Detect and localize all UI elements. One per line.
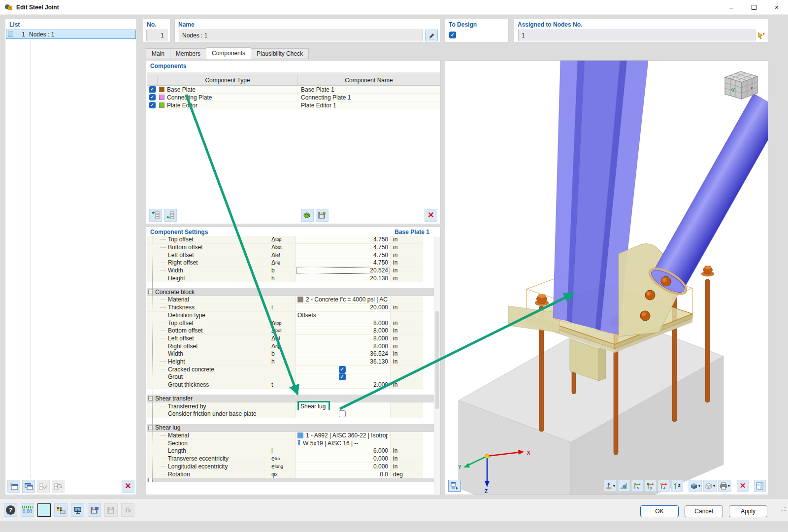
delete-component-button[interactable]: ✕ <box>425 209 437 222</box>
edit-name-button[interactable] <box>425 30 438 41</box>
settings-row[interactable]: Longitudial eccentricity elong 0.000 in <box>147 463 434 471</box>
settings-row[interactable]: Height h 20.130 in <box>147 274 434 282</box>
3d-viewport[interactable]: -y x X Y Z <box>445 61 768 495</box>
settings-row[interactable]: Transverse eccentricity etra 0.000 in <box>147 455 434 463</box>
setting-value[interactable]: 8.000 <box>296 327 391 335</box>
settings-row[interactable]: Thickness t 20.000 in <box>147 304 434 312</box>
tab-components[interactable]: Components <box>206 47 251 59</box>
settings-row[interactable]: Length l 6.000 in <box>147 447 434 455</box>
component-checkbox[interactable]: ✓ <box>149 102 156 108</box>
setting-value[interactable]: IW 5x19 | AISC 16 | -- <box>296 439 391 447</box>
view-x-button[interactable]: x <box>631 480 643 492</box>
import-component-button[interactable] <box>301 209 314 222</box>
setting-value[interactable]: Shear lug <box>296 402 391 410</box>
ok-button[interactable]: OK <box>640 505 679 517</box>
graphic-panel-button[interactable] <box>754 480 766 492</box>
setting-value[interactable]: 0.000 <box>296 463 391 471</box>
settings-row[interactable]: Left offset Δlef 4.750 in <box>147 251 434 259</box>
display-properties-button[interactable]: A <box>54 503 67 517</box>
setting-value[interactable]: ✓ <box>296 373 391 381</box>
settings-row[interactable]: Right offset Δrig 4.750 in <box>147 259 434 267</box>
settings-row[interactable]: Consider friction under base plate <box>147 410 434 418</box>
new-joint-button[interactable] <box>7 480 20 493</box>
save-view-button[interactable] <box>88 503 101 517</box>
setting-value[interactable]: 2 - Concrete f'c = 4000 psi | ACI 318-19… <box>296 296 391 304</box>
setting-value[interactable]: 4.750 <box>296 259 391 267</box>
wireframe-mode-button[interactable]: ▾ <box>703 480 717 492</box>
checked-checkbox[interactable]: ✓ <box>339 373 346 380</box>
setting-value[interactable]: 20.524 <box>296 267 391 275</box>
settings-row[interactable]: Top offset Δtop 4.750 in <box>147 236 434 244</box>
save-view-disabled-button[interactable] <box>104 503 118 517</box>
setting-value[interactable]: 2.000 <box>296 381 391 389</box>
to-design-checkbox[interactable]: ✓ <box>449 32 456 38</box>
close-button[interactable]: × <box>765 0 788 15</box>
select-all-button[interactable] <box>37 480 50 493</box>
scrollbar-thumb[interactable] <box>435 311 439 409</box>
settings-row[interactable]: Section IW 5x19 | AISC 16 | -- <box>147 439 434 447</box>
invert-selection-button[interactable] <box>52 480 65 493</box>
copy-joint-button[interactable] <box>22 480 35 493</box>
settings-section-header[interactable]: − Shear lug <box>147 424 434 432</box>
setting-value[interactable] <box>296 410 391 418</box>
setting-value[interactable]: 1 - A992 | AISC 360-22 | Isotropic | Lin… <box>296 432 391 440</box>
settings-row[interactable]: Rotation φx 0.0 deg <box>147 470 434 478</box>
settings-row[interactable]: Left offset Δlef 8.000 in <box>147 335 434 343</box>
view-minus-z-button[interactable]: -Z <box>671 480 683 492</box>
help-button[interactable]: ? <box>4 503 17 517</box>
unchecked-checkbox[interactable] <box>339 410 346 417</box>
resize-grip[interactable] <box>781 506 786 511</box>
setting-value[interactable]: 6.000 <box>296 447 391 455</box>
select-nodes-button[interactable] <box>755 30 766 41</box>
checked-checkbox[interactable]: ✓ <box>339 366 346 373</box>
settings-row[interactable]: Material 1 - A992 | AISC 360-22 | Isotro… <box>147 432 434 440</box>
setting-value[interactable]: 4.750 <box>296 236 391 244</box>
navigation-cube[interactable]: -y x <box>725 71 757 99</box>
assigned-nodes-input[interactable]: 1 <box>518 30 755 41</box>
projection-button[interactable] <box>71 503 84 517</box>
component-row[interactable]: ✓ Plate Editor Plate Editor 1 <box>147 101 440 109</box>
perspective-button[interactable] <box>618 480 630 492</box>
insert-row-button[interactable] <box>149 209 162 222</box>
list-item-selected[interactable]: 1 Nodes : 1 <box>6 30 136 39</box>
save-component-button[interactable] <box>316 209 328 222</box>
settings-row[interactable]: Bottom offset Δbot 8.000 in <box>147 327 434 335</box>
insert-row-below-button[interactable] <box>164 209 177 222</box>
maximize-button[interactable] <box>743 0 765 15</box>
setting-value[interactable]: 0.000 <box>296 455 391 463</box>
setting-value[interactable]: 0.0 <box>296 470 391 478</box>
settings-section-header[interactable]: − Concrete block <box>147 288 434 296</box>
render-mode-button[interactable]: ▾ <box>689 480 702 492</box>
view-direction-button[interactable]: ▾ <box>604 480 617 492</box>
settings-row[interactable]: Transferred by Shear lug <box>147 402 434 410</box>
settings-row[interactable]: Cracked concrete ✓ <box>147 366 434 373</box>
setting-value[interactable]: 4.750 <box>296 251 391 259</box>
tab-main[interactable]: Main <box>146 48 170 59</box>
settings-row[interactable]: Material 2 - Concrete f'c = 4000 psi | A… <box>147 296 434 304</box>
setting-value[interactable]: Offsets <box>296 312 391 320</box>
settings-row[interactable]: Bottom offset Δbot 4.750 in <box>147 244 434 252</box>
setting-value[interactable]: 8.000 <box>296 342 391 350</box>
settings-row[interactable]: Definition type Offsets <box>147 312 434 320</box>
setting-value[interactable]: 20.000 <box>296 304 391 312</box>
joint-name-input[interactable]: Nodes : 1 <box>179 30 423 41</box>
settings-row[interactable]: Top offset Δtop 8.000 in <box>147 319 434 327</box>
setting-value[interactable]: 36.130 <box>296 358 391 366</box>
setting-value[interactable]: 36.524 <box>296 350 391 358</box>
settings-section-partial[interactable]: − <box>147 478 434 482</box>
tab-members[interactable]: Members <box>170 48 206 59</box>
view-y-button[interactable]: y <box>645 480 657 492</box>
dock-view-button[interactable] <box>448 480 461 492</box>
setting-value[interactable]: 20.130 <box>296 274 391 282</box>
component-row[interactable]: ✓ Base Plate Base Plate 1 <box>147 86 440 94</box>
settings-section-header[interactable]: − Shear transfer <box>147 395 434 402</box>
print-graphic-button[interactable]: ▾ <box>718 480 731 492</box>
background-color-button[interactable] <box>37 503 51 517</box>
setting-value[interactable]: 4.750 <box>296 244 391 252</box>
tab-plausibility-check[interactable]: Plausibility Check <box>251 48 309 59</box>
formula-button[interactable]: fx <box>121 503 134 517</box>
view-z-button[interactable]: z <box>658 480 670 492</box>
setting-value[interactable]: ✓ <box>296 366 391 373</box>
setting-value[interactable]: 8.000 <box>296 335 391 343</box>
component-row[interactable]: ✓ Connecting Plate Connecting Plate 1 <box>147 94 440 101</box>
